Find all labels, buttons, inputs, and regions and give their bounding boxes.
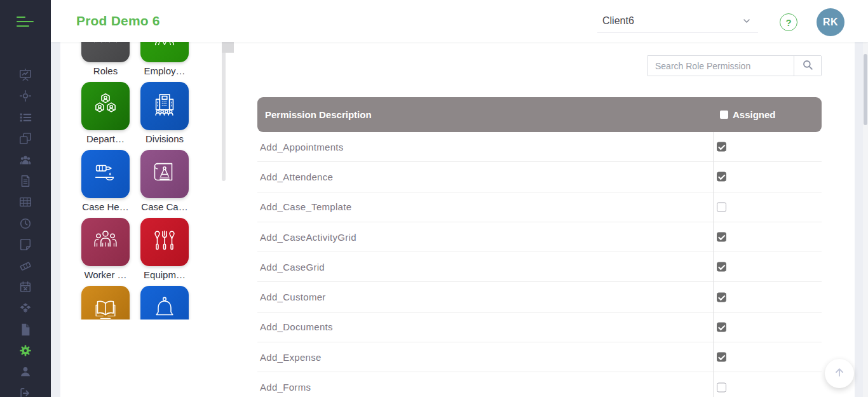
permission-row: Add_CaseGrid	[257, 252, 822, 282]
module-tile-divisions[interactable]: Divisions	[140, 82, 189, 150]
module-tile-label: Case Ca…	[140, 201, 189, 212]
module-tile-book[interactable]	[81, 286, 130, 320]
sidebar-item-layers[interactable]	[17, 301, 34, 315]
page-title: Prod Demo 6	[76, 0, 160, 42]
module-tile-roles[interactable]: Roles	[81, 42, 130, 82]
avatar[interactable]: RK	[817, 8, 844, 36]
sidebar	[0, 0, 51, 397]
page-scrollbar-thumb[interactable]	[864, 54, 867, 125]
modules-panel-scrollbar-track[interactable]	[222, 42, 226, 181]
assigned-label: Assigned	[733, 109, 776, 120]
sidebar-item-dashboard[interactable]	[17, 68, 34, 82]
target-icon	[18, 89, 32, 103]
permission-row: Add_Forms	[257, 372, 822, 397]
select-all-checkbox[interactable]	[720, 111, 728, 119]
modules-grid: RolesEmploy…Depart…DivisionsCase He…Case…	[60, 42, 227, 320]
modules-panel: RolesEmploy…Depart…DivisionsCase He…Case…	[60, 42, 227, 320]
worker-icon	[91, 226, 120, 258]
assigned-checkbox[interactable]	[717, 322, 726, 332]
permission-name: Add_CaseGrid	[257, 262, 325, 273]
module-tile-employees[interactable]: Employ…	[140, 42, 189, 82]
module-tile-case-category[interactable]: Case Ca…	[140, 150, 189, 218]
assigned-checkbox[interactable]	[717, 262, 726, 272]
arrow-up-icon	[833, 366, 846, 381]
tags-icon	[18, 259, 32, 273]
sidebar-item-list[interactable]	[17, 111, 34, 124]
menu-toggle-button[interactable]	[17, 17, 34, 28]
permission-name: Add_Customer	[257, 292, 326, 302]
assigned-checkbox[interactable]	[717, 292, 726, 302]
module-tile-label: Case He…	[81, 201, 130, 212]
permission-row: Add_CaseActivityGrid	[257, 222, 822, 252]
column-header-assigned: Assigned	[720, 109, 776, 120]
assigned-checkbox[interactable]	[717, 382, 726, 392]
page-gutter-left	[51, 42, 60, 397]
question-mark-icon: ?	[785, 17, 791, 28]
employee-icon	[150, 42, 179, 54]
sidebar-item-table[interactable]	[17, 195, 34, 209]
module-tile-label: Roles	[81, 65, 130, 76]
module-tile-label: Depart…	[81, 133, 130, 144]
sidebar-item-logout[interactable]	[17, 386, 34, 397]
permissions-table: Permission Description Assigned Add_Appo…	[257, 97, 822, 397]
sidebar-item-users[interactable]	[17, 153, 34, 167]
permission-row: Add_Case_Template	[257, 192, 822, 222]
permission-name: Add_Case_Template	[257, 201, 351, 212]
permission-name: Add_Appointments	[257, 142, 344, 152]
document-icon	[18, 174, 32, 188]
sidebar-item-clone[interactable]	[17, 131, 34, 145]
sidebar-item-settings[interactable]	[17, 344, 34, 358]
assigned-checkbox[interactable]	[717, 353, 726, 362]
modules-panel-scrollbar-thumb[interactable]	[222, 42, 234, 53]
clone-icon	[18, 131, 32, 145]
client-selector[interactable]: Client6	[597, 10, 758, 33]
module-tile-bell[interactable]	[140, 286, 189, 320]
table-header: Permission Description Assigned	[257, 97, 822, 132]
sidebar-item-note[interactable]	[17, 238, 34, 252]
search-button[interactable]	[794, 56, 821, 76]
app-root: Prod Demo 6 Client6 ? RK RolesEmploy…Dep…	[0, 0, 868, 397]
sidebar-item-file[interactable]	[17, 323, 34, 337]
module-tile-departments[interactable]: Depart…	[81, 82, 130, 150]
page-gutter-right	[855, 42, 863, 397]
roles-icon	[91, 42, 120, 54]
top-header: Prod Demo 6 Client6 ? RK	[51, 0, 868, 42]
sidebar-item-document[interactable]	[17, 174, 34, 188]
avatar-initials: RK	[823, 17, 838, 28]
permission-row: Add_Attendence	[257, 162, 822, 192]
search-input[interactable]	[648, 56, 794, 76]
permission-name: Add_Documents	[257, 321, 333, 332]
search-box	[647, 55, 822, 76]
user-icon	[18, 365, 32, 379]
note-icon	[18, 238, 32, 252]
module-tile-case-header[interactable]: Case He…	[81, 150, 130, 218]
chevron-down-icon	[742, 16, 758, 26]
layers-icon	[18, 301, 32, 315]
departments-icon	[91, 90, 120, 122]
page-scrollbar[interactable]	[863, 0, 868, 397]
permission-row: Add_Expense	[257, 342, 822, 372]
table-column-divider	[713, 132, 714, 397]
module-tile-label: Divisions	[140, 133, 189, 144]
assigned-checkbox[interactable]	[717, 232, 726, 242]
divisions-icon	[150, 90, 179, 122]
help-button[interactable]: ?	[780, 13, 797, 31]
sidebar-item-tags[interactable]	[17, 259, 34, 273]
permission-name: Add_Expense	[257, 352, 322, 363]
sidebar-item-target[interactable]	[17, 89, 34, 103]
permission-name: Add_Attendence	[257, 172, 333, 182]
assigned-checkbox[interactable]	[717, 202, 726, 212]
assigned-checkbox[interactable]	[717, 172, 726, 182]
sidebar-item-profile[interactable]	[17, 365, 34, 379]
permission-name: Add_Forms	[257, 382, 311, 393]
logout-icon	[18, 386, 32, 397]
table-icon	[18, 195, 32, 209]
permission-name: Add_CaseActivityGrid	[257, 232, 356, 243]
sidebar-item-calendar[interactable]	[17, 280, 34, 294]
sidebar-item-clock[interactable]	[17, 217, 34, 231]
permission-row: Add_Appointments	[257, 132, 822, 162]
scroll-to-top-button[interactable]	[825, 359, 854, 388]
assigned-checkbox[interactable]	[717, 142, 726, 152]
module-tile-worker[interactable]: Worker …	[81, 218, 130, 286]
module-tile-equipment[interactable]: Equipm…	[140, 218, 189, 286]
